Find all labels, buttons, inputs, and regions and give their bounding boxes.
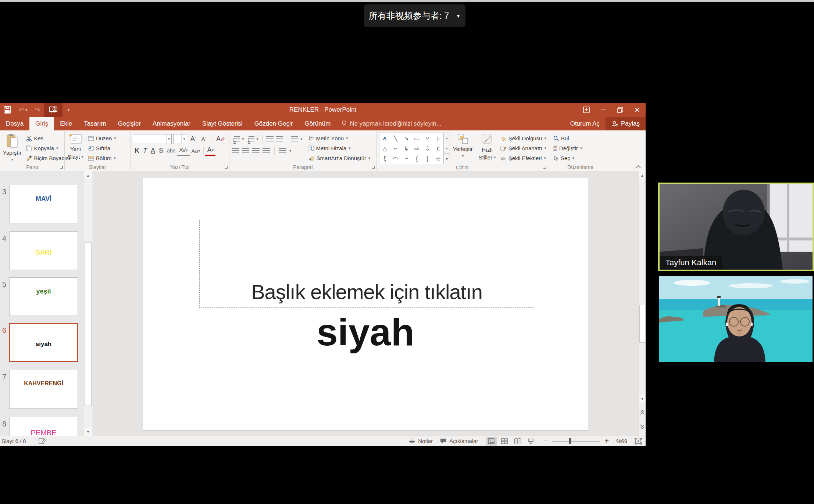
font-name-combo[interactable]: ▾: [133, 134, 172, 144]
shape-right-arrow-icon[interactable]: ⇨: [411, 143, 422, 154]
quick-styles-button[interactable]: Hızlı Stiller ▾: [476, 132, 499, 161]
grow-font-button[interactable]: A ˆ: [189, 134, 198, 144]
clear-formatting-button[interactable]: A: [214, 134, 227, 144]
arrange-button[interactable]: Yerleştir ▾: [450, 132, 476, 158]
slide-thumbnail-8[interactable]: PEMBE: [9, 417, 78, 436]
restore-button[interactable]: [612, 103, 629, 117]
slide-thumbnail-3[interactable]: MAVİ: [9, 185, 78, 223]
shape-effects-button[interactable]: Şekil Efektleri ▾: [499, 153, 548, 163]
editor-scroll-up-button[interactable]: ▴: [639, 171, 646, 179]
shape-triangle-icon[interactable]: △: [379, 143, 390, 154]
save-button[interactable]: [0, 103, 15, 117]
editor-scrollbar[interactable]: ▴ ▾: [639, 171, 646, 436]
convert-smartart-button[interactable]: SmartArt'a Dönüştür ▾: [307, 153, 372, 163]
line-spacing-icon[interactable]: [291, 136, 298, 141]
shape-arrow-icon[interactable]: ↘: [401, 133, 411, 143]
shape-down-arrow-icon[interactable]: ⇩: [422, 143, 433, 154]
close-button[interactable]: ×: [629, 103, 646, 117]
start-from-beginning-button[interactable]: [44, 103, 63, 117]
slide-body-text[interactable]: siyah: [143, 310, 588, 354]
shapes-gallery[interactable]: A ╲ ↘ ▭ ○ ▯ △ ⌐ ↳ ⇨ ⇩ ς ξ ◠ ~ { }: [379, 133, 444, 164]
slide-thumbnail-6-selected[interactable]: siyah: [9, 323, 78, 362]
reset-button[interactable]: Sıfırla: [86, 143, 118, 153]
sign-in-button[interactable]: Oturum Aç: [564, 120, 606, 127]
font-color-button[interactable]: A ▾: [205, 145, 215, 156]
slide-canvas[interactable]: Başlık eklemek için tıklatın siyah: [143, 178, 588, 431]
shape-rounded-rectangle-icon[interactable]: ▯: [433, 133, 443, 143]
zoom-slider-thumb[interactable]: [569, 438, 571, 444]
justify-icon[interactable]: [263, 148, 270, 153]
bullets-icon[interactable]: [234, 136, 240, 141]
panel-scroll-down-button[interactable]: ▾: [84, 428, 92, 436]
bold-button[interactable]: K: [133, 145, 141, 156]
fit-to-window-button[interactable]: [635, 438, 642, 444]
qat-customize-button[interactable]: ▾: [63, 103, 73, 117]
shape-line-icon[interactable]: ╲: [390, 133, 401, 143]
next-slide-button[interactable]: [639, 422, 646, 431]
underline-button[interactable]: A: [149, 145, 157, 156]
slide-thumbnail-5[interactable]: yeşil: [9, 277, 78, 316]
video-tile-active-speaker[interactable]: Tayfun Kalkan: [658, 183, 814, 271]
italic-button[interactable]: T: [141, 145, 149, 156]
shape-oval-icon[interactable]: ○: [422, 133, 433, 143]
shape-elbow-arrow-icon[interactable]: ↳: [401, 143, 411, 154]
paste-button-big[interactable]: Yapıştır ▾: [0, 132, 25, 162]
normal-view-button[interactable]: [486, 437, 497, 446]
panel-scroll-thumb[interactable]: [85, 242, 92, 406]
align-center-icon[interactable]: [242, 148, 249, 153]
tab-dosya[interactable]: Dosya: [0, 117, 29, 130]
shape-freeform-icon[interactable]: ς: [433, 143, 443, 154]
tab-gorunum[interactable]: Görünüm: [299, 117, 337, 130]
replace-button[interactable]: ab ac Değiştir ▾: [552, 143, 613, 153]
find-button[interactable]: Bul: [552, 133, 613, 143]
title-placeholder[interactable]: Başlık eklemek için tıklatın: [199, 220, 534, 308]
numbering-icon[interactable]: [249, 136, 254, 141]
tab-giris[interactable]: Giriş: [29, 117, 54, 130]
video-tile-2[interactable]: [659, 276, 813, 362]
strikethrough-button[interactable]: abe: [165, 145, 177, 156]
tell-me-search[interactable]: Ne yapmak istediğinizi söyleyin...: [336, 117, 446, 130]
zoom-in-button[interactable]: +: [604, 437, 609, 445]
tab-slayt-gosterisi[interactable]: Slayt Gösterisi: [196, 117, 249, 130]
font-dialog-launcher[interactable]: [225, 166, 228, 169]
zoom-out-button[interactable]: −: [544, 437, 548, 445]
character-spacing-button[interactable]: AV ▾: [177, 145, 189, 156]
text-direction-button[interactable]: A Metin Yönü ▾: [307, 133, 372, 143]
collapse-ribbon-button[interactable]: [635, 165, 641, 169]
align-left-icon[interactable]: [232, 148, 239, 153]
tab-animasyonlar[interactable]: Animasyonlar: [147, 117, 196, 130]
tab-gozden-gecir[interactable]: Gözden Geçir: [249, 117, 299, 130]
share-button[interactable]: Paylaş: [606, 117, 646, 130]
slide-thumbnail-7[interactable]: KAHVERENGİ: [9, 370, 78, 408]
undo-button[interactable]: ↶ ▾: [15, 103, 31, 117]
shape-arc-icon[interactable]: ◠: [390, 154, 401, 164]
previous-slide-button[interactable]: [639, 408, 646, 417]
notes-pen-icon[interactable]: [39, 438, 47, 444]
shape-left-brace-icon[interactable]: {: [411, 154, 422, 164]
new-slide-button[interactable]: Yeni Slayt ▾: [65, 132, 86, 160]
shape-curve-icon[interactable]: ~: [401, 154, 411, 164]
tab-gecisler[interactable]: Geçişler: [112, 117, 147, 130]
columns-icon[interactable]: [279, 148, 286, 153]
shape-rectangle-icon[interactable]: ▭: [411, 133, 422, 143]
editor-scroll-down-button[interactable]: ▾: [639, 395, 646, 403]
shapes-more-icon[interactable]: ▾: [444, 153, 450, 164]
drawing-dialog-launcher[interactable]: [543, 166, 546, 169]
notes-toggle[interactable]: Notlar: [409, 438, 433, 444]
minimize-button[interactable]: ─: [595, 103, 612, 117]
decrease-indent-icon[interactable]: [266, 136, 274, 141]
shape-outline-button[interactable]: Şekil Anahattı ▾: [499, 143, 548, 153]
select-button[interactable]: Seç ▾: [552, 153, 613, 163]
change-case-button[interactable]: Aa ▾: [190, 145, 202, 156]
participants-dropdown[interactable]: 所有非视频参与者: 7 ▼: [364, 4, 465, 27]
ribbon-display-options-button[interactable]: [578, 103, 595, 117]
slide-sorter-view-button[interactable]: [499, 437, 510, 446]
section-button[interactable]: Bölüm ▾: [86, 153, 118, 163]
shape-scribble-icon[interactable]: ξ: [379, 154, 390, 164]
redo-button[interactable]: ↷: [31, 103, 44, 117]
align-text-button[interactable]: Metni Hizala ▾: [307, 143, 372, 153]
paragraph-dialog-launcher[interactable]: [372, 166, 375, 169]
shape-elbow-connector-icon[interactable]: ⌐: [390, 143, 401, 154]
shapes-scroll-down-icon[interactable]: ▾: [444, 143, 450, 154]
slideshow-view-button[interactable]: [525, 437, 536, 446]
